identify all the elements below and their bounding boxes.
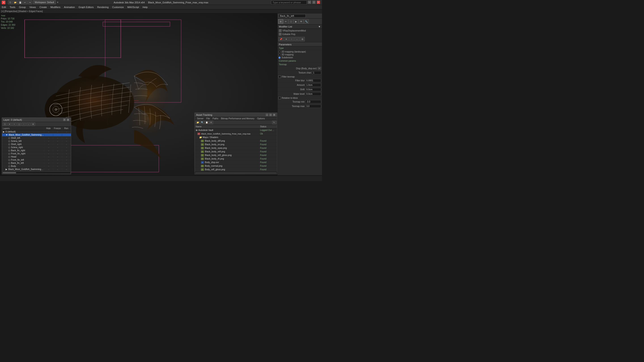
menu-item-maxscript[interactable]: MAXScript — [126, 5, 141, 9]
list-item[interactable]: ▶ Black_Moor_Goldfish_Swimming_Pose ––– — [2, 168, 71, 171]
menu-item-views[interactable]: Views — [28, 5, 38, 9]
pin-stack-btn[interactable]: 📌 — [278, 37, 283, 41]
open-btn[interactable]: 📂 — [13, 0, 18, 4]
asset-minimize-btn[interactable]: – — [266, 113, 268, 116]
list-item[interactable]: T Black_body_ior.png Found — [195, 143, 277, 146]
texmap-min-input[interactable] — [306, 100, 321, 103]
layer-tb-delete[interactable]: ✕ — [8, 122, 12, 126]
nav-create-btn[interactable]: ⊕ — [278, 19, 283, 24]
asset-menu-paths[interactable]: Paths — [211, 117, 220, 120]
texmap-max-input[interactable] — [306, 105, 321, 108]
list-item[interactable]: T Body_normal.png Found — [195, 164, 277, 168]
asset-menu-bitmap[interactable]: Bitmap Performance and Memory — [220, 117, 256, 120]
asset-maximize-btn[interactable]: □ — [269, 113, 272, 116]
type-2d-radio[interactable] — [278, 51, 281, 53]
asset-menu-file[interactable]: File — [205, 117, 211, 120]
modifier-item-vray[interactable]: VRayDisplacementMod — [278, 29, 322, 32]
list-item[interactable]: ◻ Front_fin_right ––– — [2, 152, 71, 155]
move-up-btn[interactable]: ↑ — [289, 37, 294, 41]
list-item[interactable]: ◻ Shell_left – – – — [2, 137, 71, 140]
texture-chan-input[interactable] — [312, 71, 321, 74]
modifier-item-editable-poly[interactable]: Editable Poly — [278, 32, 322, 36]
nav-modify-btn[interactable]: ✏ — [283, 19, 288, 24]
remove-btn[interactable]: ✕ — [284, 37, 289, 41]
amount-input[interactable] — [306, 83, 321, 87]
relative-bbox-checkbox[interactable] — [278, 97, 281, 99]
list-item[interactable]: ◻ Back_fin_right ––– — [2, 149, 71, 152]
menu-item-create[interactable]: Create — [38, 5, 48, 9]
maximize-button[interactable]: □ — [312, 0, 316, 4]
nav-display-btn[interactable]: 👁 — [299, 19, 304, 24]
configure-btn[interactable]: ⚙ — [300, 37, 305, 41]
modifier-list-dropdown[interactable]: ▼ — [318, 25, 321, 28]
move-down-btn[interactable]: ↓ — [294, 37, 300, 41]
workspace-dropdown-icon[interactable]: ▼ — [56, 1, 59, 3]
list-item[interactable]: A Body_disp.exr Found — [195, 161, 277, 164]
menu-item-modifiers[interactable]: Modifiers — [48, 5, 62, 9]
list-item[interactable]: ◻ Shell_right ––– — [2, 143, 71, 146]
type-subdivision-radio[interactable] — [278, 56, 281, 59]
filter-texmap-checkbox[interactable] — [278, 75, 281, 78]
type-3d-option[interactable]: 3D mapping — [278, 53, 321, 56]
menu-item-edit[interactable]: Edit — [0, 5, 8, 9]
list-item[interactable]: ◻ Sclera_left ––– — [2, 140, 71, 143]
minimize-button[interactable]: – — [308, 0, 311, 4]
save-btn[interactable]: 💾 — [18, 0, 22, 4]
menu-item-animation[interactable]: Animation — [62, 5, 77, 9]
asset-scrollbar[interactable] — [195, 171, 277, 174]
nav-utilities-btn[interactable]: 🔧 — [304, 19, 309, 24]
asset-scroll-track[interactable] — [195, 172, 276, 174]
disp-button[interactable]: M — [318, 67, 321, 70]
list-item[interactable]: ◻ Sclera_right ––– — [2, 146, 71, 149]
list-item[interactable]: 🏛 Autodesk Vault Logged Out ... — [195, 128, 277, 132]
list-item[interactable]: ◻ Body ––– — [2, 165, 71, 168]
list-item[interactable]: T Black_body_refl_gloss.png Found — [195, 153, 277, 157]
workspace-button[interactable]: Workspace: Default — [33, 0, 56, 4]
type-2d-option[interactable]: 2D mapping (landscape) — [278, 50, 321, 53]
layer-tb-move-down[interactable]: ↓ — [26, 122, 30, 126]
asset-tb-btn1[interactable]: 📁 — [196, 121, 200, 124]
layer-tb-new[interactable]: 🗋 — [3, 122, 7, 126]
asset-menu-options[interactable]: Options — [256, 117, 266, 120]
menu-item-graph-editors[interactable]: Graph Editors — [77, 5, 96, 9]
layers-scrollbar[interactable] — [2, 171, 71, 174]
filter-blur-input[interactable] — [306, 79, 321, 82]
list-item[interactable]: 📁 Maps / Shaders — [195, 136, 277, 139]
close-button[interactable]: ✕ — [317, 0, 320, 4]
modifier-vray-checkbox[interactable] — [279, 29, 282, 32]
list-item[interactable]: T Black_body_diff.png Found — [195, 139, 277, 143]
list-item[interactable]: T Black_body_rfr.png Found — [195, 157, 277, 161]
layer-tb-select[interactable]: ◻ — [17, 122, 21, 126]
list-item[interactable]: ▶ 0 (default) – – – — [2, 130, 71, 133]
nav-motion-btn[interactable]: ▶ — [294, 19, 298, 24]
layers-scroll-track[interactable] — [2, 172, 70, 174]
layer-tb-move-up[interactable]: ↑ — [22, 122, 26, 126]
redo-btn[interactable]: ↪ — [28, 0, 32, 4]
asset-menu-server[interactable]: Server — [196, 117, 205, 120]
list-item[interactable]: T Body_refl_gloss.png Found — [195, 168, 277, 171]
list-item[interactable]: ◻ Head ––– — [2, 155, 71, 158]
menu-item-customize[interactable]: Customize — [110, 5, 126, 9]
object-name-input[interactable] — [279, 14, 306, 18]
asset-close-btn[interactable]: ✕ — [272, 113, 276, 116]
menu-item-group[interactable]: Group — [17, 5, 28, 9]
asset-tb-btn2[interactable]: 🔍 — [200, 121, 204, 124]
list-item[interactable]: ▼ Black_Moor_Goldfish_Swimming_Pose – – … — [2, 133, 71, 137]
undo-btn[interactable]: ↩ — [23, 0, 27, 4]
asset-tb-refresh[interactable]: ↻ — [272, 121, 276, 124]
water-level-input[interactable] — [306, 92, 321, 96]
new-btn[interactable]: 🗋 — [8, 0, 12, 4]
layer-tb-configure[interactable]: ⚙ — [31, 122, 35, 126]
nav-hierarchy-btn[interactable]: ⬡ — [288, 19, 294, 24]
menu-item-rendering[interactable]: Rendering — [96, 5, 110, 9]
layer-tb-add[interactable]: + — [12, 122, 16, 126]
list-item[interactable]: T Black_body_opas.png Found — [195, 146, 277, 150]
list-item[interactable]: ◻ Front_fin_left ––– — [2, 158, 71, 162]
shift-input[interactable] — [306, 88, 321, 91]
modifier-editable-poly-checkbox[interactable] — [279, 33, 282, 35]
type-3d-radio[interactable] — [278, 54, 281, 56]
menu-item-help[interactable]: Help — [141, 5, 150, 9]
layers-close-btn[interactable]: ✕ — [66, 118, 70, 121]
asset-tb-btn4[interactable]: ⚙ — [209, 121, 213, 124]
list-item[interactable]: T Black_body_refl.png Found — [195, 150, 277, 153]
